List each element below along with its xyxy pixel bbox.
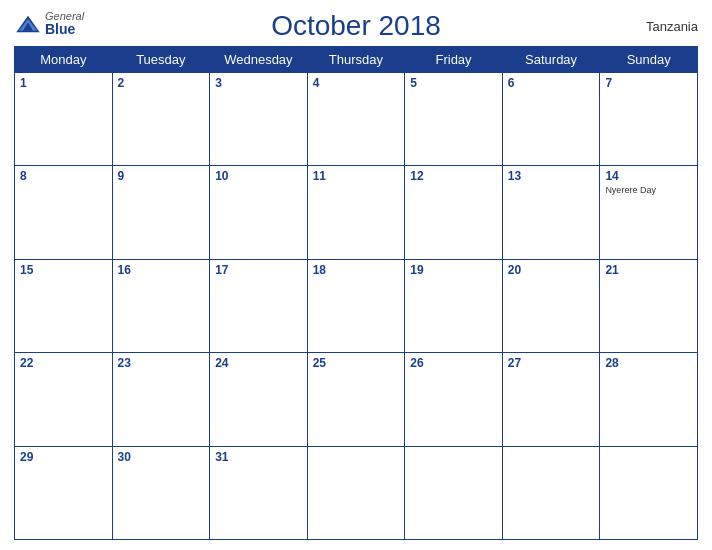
calendar-body: 1234567891011121314Nyerere Day1516171819… xyxy=(15,73,698,540)
day-number: 3 xyxy=(215,76,302,90)
day-number: 19 xyxy=(410,263,497,277)
day-number: 5 xyxy=(410,76,497,90)
logo-icon xyxy=(14,14,42,34)
calendar-cell: 1 xyxy=(15,73,113,166)
calendar-cell: 27 xyxy=(502,353,600,446)
day-number: 7 xyxy=(605,76,692,90)
day-number: 10 xyxy=(215,169,302,183)
day-number: 16 xyxy=(118,263,205,277)
calendar-week-row: 293031 xyxy=(15,446,698,539)
calendar-cell xyxy=(502,446,600,539)
calendar-cell: 31 xyxy=(210,446,308,539)
day-number: 17 xyxy=(215,263,302,277)
calendar-cell: 18 xyxy=(307,259,405,352)
calendar-cell: 11 xyxy=(307,166,405,259)
calendar-cell: 15 xyxy=(15,259,113,352)
calendar-cell: 29 xyxy=(15,446,113,539)
calendar-cell: 13 xyxy=(502,166,600,259)
day-number: 24 xyxy=(215,356,302,370)
day-number: 15 xyxy=(20,263,107,277)
weekday-header-row: Monday Tuesday Wednesday Thursday Friday… xyxy=(15,47,698,73)
logo-blue: Blue xyxy=(45,22,84,37)
calendar-cell: 28 xyxy=(600,353,698,446)
calendar-cell: 25 xyxy=(307,353,405,446)
day-number: 27 xyxy=(508,356,595,370)
calendar-cell: 3 xyxy=(210,73,308,166)
logo-area: General Blue xyxy=(14,10,84,37)
calendar-cell: 21 xyxy=(600,259,698,352)
header-thursday: Thursday xyxy=(307,47,405,73)
calendar-week-row: 22232425262728 xyxy=(15,353,698,446)
calendar-cell xyxy=(405,446,503,539)
header-sunday: Sunday xyxy=(600,47,698,73)
calendar-week-row: 1234567 xyxy=(15,73,698,166)
day-number: 8 xyxy=(20,169,107,183)
calendar-week-row: 891011121314Nyerere Day xyxy=(15,166,698,259)
day-number: 26 xyxy=(410,356,497,370)
calendar-cell: 10 xyxy=(210,166,308,259)
calendar-cell xyxy=(307,446,405,539)
calendar-cell: 14Nyerere Day xyxy=(600,166,698,259)
day-number: 13 xyxy=(508,169,595,183)
calendar-cell: 6 xyxy=(502,73,600,166)
calendar-cell: 8 xyxy=(15,166,113,259)
day-number: 25 xyxy=(313,356,400,370)
header-monday: Monday xyxy=(15,47,113,73)
calendar-cell: 9 xyxy=(112,166,210,259)
day-number: 23 xyxy=(118,356,205,370)
calendar-cell: 22 xyxy=(15,353,113,446)
calendar-cell: 5 xyxy=(405,73,503,166)
header-row: General Blue October 2018 Tanzania xyxy=(14,10,698,42)
day-number: 18 xyxy=(313,263,400,277)
calendar-cell: 24 xyxy=(210,353,308,446)
month-title: October 2018 xyxy=(271,10,441,42)
day-number: 14 xyxy=(605,169,692,183)
calendar-cell: 16 xyxy=(112,259,210,352)
calendar-wrapper: General Blue October 2018 Tanzania Monda… xyxy=(0,0,712,550)
calendar-table: Monday Tuesday Wednesday Thursday Friday… xyxy=(14,46,698,540)
calendar-cell: 23 xyxy=(112,353,210,446)
day-number: 29 xyxy=(20,450,107,464)
calendar-cell: 4 xyxy=(307,73,405,166)
day-number: 9 xyxy=(118,169,205,183)
day-event: Nyerere Day xyxy=(605,185,692,195)
calendar-cell: 7 xyxy=(600,73,698,166)
day-number: 4 xyxy=(313,76,400,90)
day-number: 21 xyxy=(605,263,692,277)
calendar-cell: 20 xyxy=(502,259,600,352)
calendar-cell: 12 xyxy=(405,166,503,259)
calendar-cell: 17 xyxy=(210,259,308,352)
calendar-cell: 2 xyxy=(112,73,210,166)
calendar-cell: 19 xyxy=(405,259,503,352)
day-number: 20 xyxy=(508,263,595,277)
header-tuesday: Tuesday xyxy=(112,47,210,73)
day-number: 12 xyxy=(410,169,497,183)
header-wednesday: Wednesday xyxy=(210,47,308,73)
calendar-cell: 26 xyxy=(405,353,503,446)
calendar-cell xyxy=(600,446,698,539)
calendar-week-row: 15161718192021 xyxy=(15,259,698,352)
day-number: 6 xyxy=(508,76,595,90)
day-number: 22 xyxy=(20,356,107,370)
day-number: 1 xyxy=(20,76,107,90)
header-friday: Friday xyxy=(405,47,503,73)
header-saturday: Saturday xyxy=(502,47,600,73)
day-number: 2 xyxy=(118,76,205,90)
calendar-cell: 30 xyxy=(112,446,210,539)
day-number: 31 xyxy=(215,450,302,464)
day-number: 28 xyxy=(605,356,692,370)
day-number: 11 xyxy=(313,169,400,183)
day-number: 30 xyxy=(118,450,205,464)
country-label: Tanzania xyxy=(646,19,698,34)
